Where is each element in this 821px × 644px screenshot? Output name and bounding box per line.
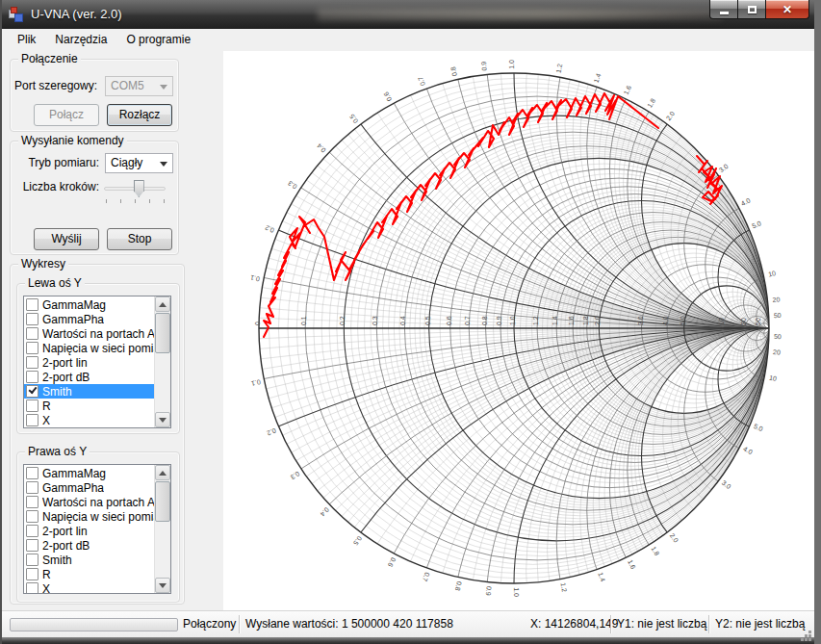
list-item[interactable]: GammaMag bbox=[24, 297, 154, 312]
scroll-down-button[interactable] bbox=[155, 412, 170, 427]
list-item-label: Wartości na portach ADC bbox=[42, 496, 154, 509]
svg-text:1.6: 1.6 bbox=[568, 316, 575, 325]
svg-text:1.6: 1.6 bbox=[627, 558, 637, 570]
scroll-down-button[interactable] bbox=[155, 578, 170, 593]
list-item[interactable]: 2-port dB bbox=[24, 538, 154, 553]
list-item[interactable]: 2-port lin bbox=[24, 524, 154, 538]
checkbox-icon[interactable] bbox=[26, 539, 38, 552]
list-item[interactable]: Smith bbox=[24, 553, 154, 567]
scroll-up-button[interactable] bbox=[155, 465, 170, 480]
svg-text:0.1: 0.1 bbox=[250, 378, 261, 387]
svg-text:3.0: 3.0 bbox=[721, 479, 732, 491]
svg-text:0.8: 0.8 bbox=[454, 580, 463, 591]
serial-port-label: Port szeregowy: bbox=[13, 79, 97, 92]
status-separator bbox=[239, 615, 240, 633]
svg-text:2.0: 2.0 bbox=[594, 316, 601, 325]
list-item[interactable]: X bbox=[24, 581, 154, 594]
list-item[interactable]: Wartości na portach ADC bbox=[24, 495, 154, 509]
list-item[interactable]: GammaPha bbox=[24, 312, 154, 326]
svg-text:50: 50 bbox=[755, 318, 761, 325]
checkbox-icon[interactable] bbox=[26, 496, 38, 508]
smith-chart-panel[interactable]: 00.10.20.30.40.50.60.70.80.91.01.21.41.6… bbox=[223, 51, 814, 610]
checkbox-icon[interactable] bbox=[26, 298, 38, 311]
svg-text:0.5: 0.5 bbox=[352, 535, 364, 547]
checkbox-icon[interactable] bbox=[26, 481, 38, 494]
smith-chart: 00.10.20.30.40.50.60.70.80.91.01.21.41.6… bbox=[223, 51, 815, 610]
vertical-scrollbar[interactable] bbox=[154, 465, 170, 593]
close-icon: ✕ bbox=[783, 3, 792, 16]
menu-item-o-programie[interactable]: O programie bbox=[116, 29, 200, 51]
slider-thumb[interactable] bbox=[134, 180, 144, 197]
svg-text:5.0: 5.0 bbox=[751, 219, 762, 229]
checkbox-icon[interactable] bbox=[26, 313, 38, 325]
menu-item-plik[interactable]: Plik bbox=[8, 29, 45, 51]
svg-text:4.0: 4.0 bbox=[740, 196, 752, 207]
titlebar[interactable]: U-VNA (ver. 2.0) ✕ bbox=[0, 0, 821, 29]
right-axis-checkedlistbox[interactable]: GammaMagGammaPhaWartości na portach ADCN… bbox=[23, 464, 171, 594]
list-item[interactable]: 2-port lin bbox=[24, 355, 154, 370]
list-item[interactable]: Smith bbox=[24, 384, 154, 399]
checkbox-icon[interactable] bbox=[26, 399, 38, 412]
left-axis-checkedlistbox[interactable]: GammaMagGammaPhaWartości na portach ADCN… bbox=[23, 296, 171, 428]
measure-mode-combobox[interactable]: Ciągły bbox=[105, 153, 173, 173]
status-sent-values: Wysłane wartości: 1 500000 420 117858 bbox=[245, 611, 453, 637]
svg-text:0.9: 0.9 bbox=[485, 586, 493, 597]
scroll-up-button[interactable] bbox=[155, 296, 170, 312]
svg-text:0.2: 0.2 bbox=[264, 224, 275, 234]
left-axis-groupbox: Lewa oś Y GammaMagGammaPhaWartości na po… bbox=[16, 283, 180, 434]
svg-text:3.0: 3.0 bbox=[637, 316, 644, 325]
svg-text:0: 0 bbox=[254, 322, 261, 325]
list-rows: GammaMagGammaPhaWartości na portach ADCN… bbox=[24, 297, 154, 427]
serial-port-combobox[interactable]: COM5 bbox=[105, 76, 173, 96]
list-item[interactable]: X bbox=[24, 413, 154, 427]
list-item-label: GammaMag bbox=[42, 467, 106, 480]
list-item-label: 2-port dB bbox=[42, 371, 90, 384]
maximize-button[interactable] bbox=[738, 0, 765, 19]
checkbox-icon[interactable] bbox=[26, 582, 38, 594]
triangle-down-icon bbox=[159, 583, 167, 588]
list-item-label: GammaPha bbox=[42, 481, 104, 495]
scrollbar-thumb[interactable] bbox=[155, 481, 170, 522]
stop-button[interactable]: Stop bbox=[107, 228, 172, 250]
checkbox-icon[interactable] bbox=[26, 385, 38, 398]
send-button[interactable]: Wyślij bbox=[34, 228, 99, 250]
checkbox-icon[interactable] bbox=[26, 342, 38, 354]
svg-text:1.8: 1.8 bbox=[646, 97, 656, 109]
list-item[interactable]: R bbox=[24, 399, 154, 413]
status-y2-value: Y2: nie jest liczbą bbox=[715, 611, 805, 637]
checkbox-icon[interactable] bbox=[26, 554, 38, 566]
list-item[interactable]: GammaMag bbox=[24, 466, 154, 480]
triangle-down-icon bbox=[159, 418, 167, 423]
disconnect-button[interactable]: Rozłącz bbox=[107, 104, 172, 126]
close-button[interactable]: ✕ bbox=[765, 0, 809, 19]
svg-text:4.0: 4.0 bbox=[662, 316, 669, 325]
menu-item-narzędzia[interactable]: Narzędzia bbox=[45, 29, 116, 51]
list-item[interactable]: Napięcia w sieci pomiarow bbox=[24, 509, 154, 524]
scrollbar-thumb[interactable] bbox=[155, 313, 170, 353]
list-item[interactable]: Napięcia w sieci pomiarow bbox=[24, 341, 154, 355]
checkbox-icon[interactable] bbox=[26, 371, 38, 383]
checkbox-icon[interactable] bbox=[26, 356, 38, 369]
app-icon bbox=[9, 7, 24, 22]
svg-text:0.1: 0.1 bbox=[249, 274, 260, 283]
svg-text:0.7: 0.7 bbox=[464, 316, 471, 325]
svg-text:0.7: 0.7 bbox=[422, 572, 431, 583]
slider-tick bbox=[149, 199, 150, 203]
checkbox-icon[interactable] bbox=[26, 467, 38, 479]
checkbox-icon[interactable] bbox=[26, 414, 38, 426]
svg-text:10: 10 bbox=[769, 374, 778, 382]
status-separator bbox=[610, 615, 611, 633]
checkbox-icon[interactable] bbox=[26, 510, 38, 523]
minimize-button[interactable] bbox=[709, 0, 738, 19]
svg-text:0.1: 0.1 bbox=[300, 316, 307, 325]
list-item[interactable]: Wartości na portach ADC bbox=[24, 326, 154, 341]
checkbox-icon[interactable] bbox=[26, 525, 38, 537]
checkbox-icon[interactable] bbox=[26, 327, 38, 340]
list-item[interactable]: R bbox=[24, 567, 154, 581]
vertical-scrollbar[interactable] bbox=[154, 296, 170, 427]
list-item[interactable]: GammaPha bbox=[24, 480, 154, 495]
checkbox-icon[interactable] bbox=[26, 568, 38, 580]
resize-grip[interactable] bbox=[808, 631, 811, 633]
list-item[interactable]: 2-port dB bbox=[24, 370, 154, 384]
connect-button[interactable]: Połącz bbox=[34, 104, 99, 126]
